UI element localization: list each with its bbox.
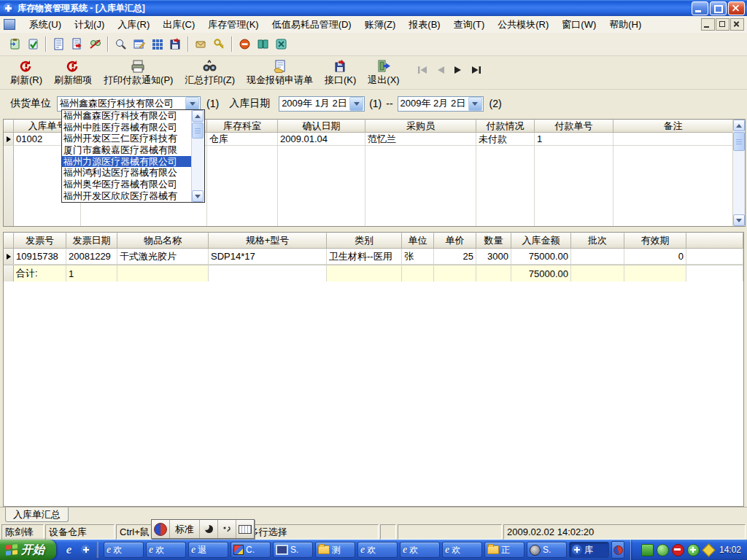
- search-icon[interactable]: [112, 35, 130, 53]
- ime-fullwidth-icon[interactable]: [200, 520, 218, 538]
- close-box-icon[interactable]: [272, 35, 290, 53]
- orders-header-confirm-date[interactable]: 确认日期: [278, 120, 365, 133]
- dropdown-item[interactable]: 福州开发区欣欣医疗器械有: [62, 190, 192, 202]
- tray-health-icon[interactable]: [687, 544, 700, 556]
- task-button-ie-4[interactable]: e欢: [357, 542, 398, 558]
- task-button-paint[interactable]: C.: [231, 542, 271, 558]
- menu-reports[interactable]: 报表(B): [402, 17, 446, 33]
- book-icon[interactable]: [254, 35, 272, 53]
- minimize-button[interactable]: [692, 1, 708, 15]
- dropdown-item[interactable]: 厦门市鑫毅嘉医疗器械有限: [62, 144, 192, 156]
- tray-stop-icon[interactable]: [672, 544, 684, 556]
- orders-header-dept[interactable]: 库存科室: [207, 120, 278, 133]
- suspend-icon[interactable]: [236, 35, 254, 53]
- close-button[interactable]: [728, 1, 745, 15]
- orders-header-buyer[interactable]: 采购员: [365, 120, 476, 133]
- menu-ledger[interactable]: 账簿(Z): [358, 17, 403, 33]
- save-export-icon[interactable]: [166, 35, 185, 53]
- menu-stock-out[interactable]: 出库(C): [156, 17, 201, 33]
- tray-shield-icon[interactable]: [702, 543, 715, 556]
- task-button-ie-2[interactable]: e欢: [146, 542, 186, 558]
- exit-button[interactable]: 退出(X): [362, 58, 405, 88]
- scroll-down-arrow[interactable]: [192, 190, 204, 202]
- date-to-picker[interactable]: 2009年 2月 2日: [398, 96, 484, 112]
- menu-modules[interactable]: 公共模块(R): [491, 17, 555, 33]
- taskbar-ime-button[interactable]: [611, 541, 624, 559]
- menu-system[interactable]: 系统(U): [23, 17, 68, 33]
- task-button-ie-6[interactable]: e欢: [442, 542, 482, 558]
- menu-help[interactable]: 帮助(H): [603, 17, 648, 33]
- grid-icon[interactable]: [148, 35, 166, 53]
- restore-button[interactable]: [710, 1, 727, 15]
- menu-plan[interactable]: 计划(J): [68, 17, 111, 33]
- menu-consumables[interactable]: 低值易耗品管理(D): [266, 17, 358, 33]
- summary-print-button[interactable]: 汇总打印(Z): [179, 58, 241, 88]
- nav-next-button[interactable]: [454, 66, 462, 74]
- mdi-child-icon[interactable]: [4, 19, 15, 30]
- nav-last-button[interactable]: [471, 66, 481, 74]
- quick-launch-ie-icon[interactable]: e: [62, 543, 76, 557]
- nav-first-button[interactable]: [417, 66, 427, 74]
- start-button[interactable]: 开始: [0, 540, 56, 560]
- ime-language-icon[interactable]: [152, 520, 170, 538]
- key-icon[interactable]: [210, 35, 228, 53]
- tray-green-device-icon[interactable]: [641, 544, 654, 556]
- menu-inventory[interactable]: 库存管理(K): [201, 17, 265, 33]
- scroll-up-arrow[interactable]: [733, 120, 745, 131]
- details-header-unit[interactable]: 单位: [402, 233, 434, 249]
- quick-launch-desktop-icon[interactable]: [79, 543, 93, 557]
- scroll-thumb[interactable]: [192, 122, 204, 139]
- dropdown-item[interactable]: 福州鸿利达医疗器械有限公: [62, 167, 192, 179]
- task-button-ie-5[interactable]: e欢: [400, 542, 440, 558]
- orders-header-remark[interactable]: 备注: [614, 120, 733, 133]
- orders-header-pay-status[interactable]: 付款情况: [476, 120, 535, 133]
- mdi-close-button[interactable]: [730, 18, 744, 31]
- task-button-ie-3[interactable]: e退: [188, 542, 228, 558]
- details-header-category[interactable]: 类别: [327, 233, 402, 249]
- mdi-restore-button[interactable]: [716, 18, 729, 31]
- menu-query[interactable]: 查询(T): [447, 17, 492, 33]
- task-button-folder-1[interactable]: 测: [315, 542, 355, 558]
- tab-stock-in-summary[interactable]: 入库单汇总: [5, 508, 69, 522]
- paste-icon[interactable]: [6, 35, 24, 53]
- mdi-minimize-button[interactable]: [701, 18, 715, 31]
- refresh-button[interactable]: 刷新(R): [4, 58, 48, 88]
- cash-reimburse-button[interactable]: 现金报销申请单: [241, 58, 319, 88]
- tray-network-icon[interactable]: [657, 544, 669, 556]
- details-header-price[interactable]: 单价: [434, 233, 476, 249]
- ime-punctuation-icon[interactable]: [218, 520, 236, 538]
- tray-clock[interactable]: 14:02: [719, 545, 741, 555]
- details-header-item-name[interactable]: 物品名称: [117, 233, 209, 249]
- details-row[interactable]: 10915738 20081229 干式激光胶片 SDP14*17 卫生材料--…: [4, 249, 743, 265]
- dropdown-item-selected[interactable]: 福州力源医疗器械有限公司: [62, 156, 192, 168]
- dropdown-scrollbar[interactable]: [191, 110, 204, 202]
- date-from-dropdown-button[interactable]: [349, 97, 363, 111]
- mail-send-icon[interactable]: [192, 35, 210, 53]
- menu-window[interactable]: 窗口(W): [555, 17, 603, 33]
- supplier-dropdown-button[interactable]: [185, 97, 199, 111]
- date-from-picker[interactable]: 2009年 1月 2日: [279, 96, 365, 112]
- scroll-up-arrow[interactable]: [192, 110, 204, 122]
- details-header-batch[interactable]: 批次: [571, 233, 624, 249]
- dropdown-item[interactable]: 福州开发区三仁医疗科技有: [62, 133, 192, 144]
- details-header-validity[interactable]: 有效期: [624, 233, 686, 249]
- print-payment-notice-button[interactable]: 打印付款通知(P): [98, 58, 179, 88]
- orders-vertical-scrollbar[interactable]: [732, 120, 745, 226]
- document-view-icon[interactable]: [50, 35, 68, 53]
- task-button-compass[interactable]: S.: [527, 542, 567, 558]
- task-button-folder-2[interactable]: 正: [484, 542, 525, 558]
- details-header-amount[interactable]: 入库金额: [511, 233, 571, 249]
- search-cancel-icon[interactable]: [86, 35, 104, 53]
- task-button-ie-1[interactable]: e欢: [104, 542, 144, 558]
- task-button-inventory-app[interactable]: 库: [569, 542, 609, 558]
- menu-stock-in[interactable]: 入库(R): [111, 17, 156, 33]
- details-header-spec[interactable]: 规格+型号: [209, 233, 327, 249]
- refresh-details-button[interactable]: 刷新细项: [48, 58, 98, 88]
- scroll-down-arrow[interactable]: [733, 214, 745, 226]
- confirm-icon[interactable]: [24, 35, 42, 53]
- details-header-qty[interactable]: 数量: [476, 233, 511, 249]
- nav-prev-button[interactable]: [436, 66, 445, 74]
- dropdown-item[interactable]: 福州奥华医疗器械有限公司: [62, 179, 192, 190]
- scroll-thumb[interactable]: [733, 132, 745, 151]
- orders-header-pay-no[interactable]: 付款单号: [535, 120, 614, 133]
